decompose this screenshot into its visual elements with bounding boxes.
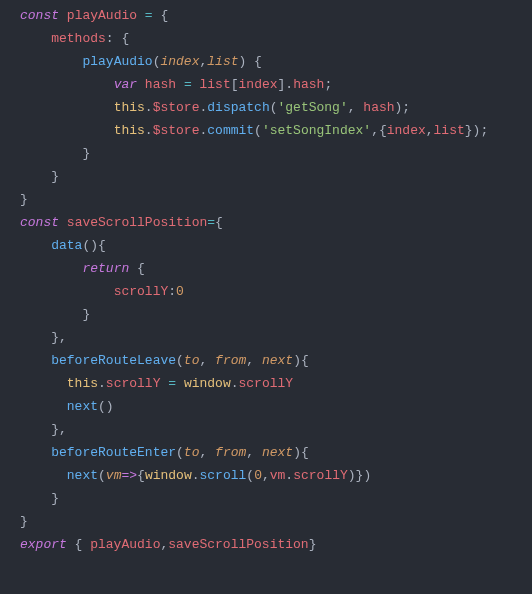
string-setSongIndex: 'setSongIndex' [262,123,371,138]
code-line[interactable]: }, [20,326,532,349]
param-vm: vm [106,468,122,483]
param-next: next [262,353,293,368]
param-list: list [207,54,238,69]
string-getSong: 'getSong' [278,100,348,115]
identifier-saveScrollPosition: saveScrollPosition [67,215,207,230]
identifier-playAudio: playAudio [67,8,137,23]
property-scrollY: scrollY [114,284,169,299]
code-line[interactable]: } [20,510,532,533]
code-line[interactable]: next() [20,395,532,418]
method-data: data [51,238,82,253]
code-line[interactable]: } [20,188,532,211]
code-line[interactable]: this.scrollY = window.scrollY [20,372,532,395]
code-line[interactable]: } [20,165,532,188]
identifier-hash: hash [145,77,176,92]
code-line[interactable]: } [20,487,532,510]
code-line[interactable]: beforeRouteLeave(to, from, next){ [20,349,532,372]
param-index: index [160,54,199,69]
code-editor[interactable]: const playAudio = { methods: { playAudio… [20,4,532,556]
code-line[interactable]: export { playAudio,saveScrollPosition} [20,533,532,556]
param-from: from [215,353,246,368]
method-beforeRouteLeave: beforeRouteLeave [51,353,176,368]
call-next: next [67,399,98,414]
code-line[interactable]: } [20,303,532,326]
code-line[interactable]: beforeRouteEnter(to, from, next){ [20,441,532,464]
code-line[interactable]: } [20,142,532,165]
code-line[interactable]: next(vm=>{window.scroll(0,vm.scrollY)}) [20,464,532,487]
keyword-export: export [20,537,67,552]
code-line[interactable]: return { [20,257,532,280]
code-line[interactable]: }, [20,418,532,441]
code-line[interactable]: const playAudio = { [20,4,532,27]
call-scroll: scroll [200,468,247,483]
code-line[interactable]: this.$store.commit('setSongIndex',{index… [20,119,532,142]
code-line[interactable]: this.$store.dispatch('getSong', hash); [20,96,532,119]
code-line[interactable]: scrollY:0 [20,280,532,303]
keyword-var: var [114,77,137,92]
code-line[interactable]: methods: { [20,27,532,50]
number-zero: 0 [176,284,184,299]
code-line[interactable]: playAudio(index,list) { [20,50,532,73]
keyword-return: return [82,261,129,276]
keyword-const: const [20,8,59,23]
param-to: to [184,353,200,368]
code-line[interactable]: const saveScrollPosition={ [20,211,532,234]
method-playAudio: playAudio [82,54,152,69]
code-line[interactable]: var hash = list[index].hash; [20,73,532,96]
identifier-window: window [184,376,231,391]
method-beforeRouteEnter: beforeRouteEnter [51,445,176,460]
property-methods: methods [51,31,106,46]
code-line[interactable]: data(){ [20,234,532,257]
keyword-this: this [114,100,145,115]
